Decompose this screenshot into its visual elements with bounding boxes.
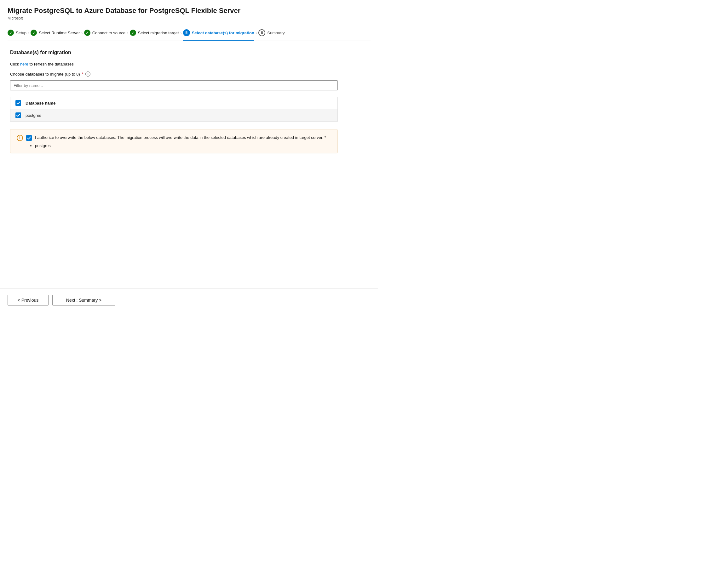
table-header-row: Database name [11, 97, 338, 109]
step-sep-2: › [80, 30, 84, 40]
filter-input[interactable] [10, 80, 338, 90]
wizard-step-setup[interactable]: ✓ Setup [7, 29, 26, 40]
select-all-checkbox[interactable] [16, 100, 21, 106]
db-name-postgres: postgres [25, 113, 41, 118]
wizard-step-summary-label: Summary [267, 30, 285, 35]
wizard-step-connect[interactable]: ✓ Connect to source [84, 29, 126, 40]
step-sep-4: › [179, 30, 183, 40]
column-header-database-name: Database name [25, 101, 56, 105]
step-check-icon-runtime: ✓ [30, 29, 37, 36]
wizard-step-setup-label: Setup [16, 30, 26, 35]
page-wrapper: Migrate PostgreSQL to Azure Database for… [0, 0, 378, 312]
auth-text: I authorize to overwrite the below datab… [35, 134, 326, 141]
page-title: Migrate PostgreSQL to Azure Database for… [7, 6, 240, 16]
step-sep-1: › [26, 30, 30, 40]
wizard-step-target[interactable]: ✓ Select migration target [130, 29, 179, 40]
required-star: * [82, 71, 83, 77]
wizard-step-connect-label: Connect to source [92, 30, 126, 35]
choose-label-text: Choose databases to migrate (up to 8) [10, 72, 80, 77]
auth-db-item: postgres [35, 143, 331, 148]
table-row: postgres [11, 109, 338, 121]
wizard-step-runtime[interactable]: ✓ Select Runtime Server [30, 29, 80, 40]
header-subtitle: Microsoft [7, 16, 370, 20]
step-check-icon-setup: ✓ [7, 29, 14, 36]
choose-label: Choose databases to migrate (up to 8) * … [10, 71, 368, 77]
warning-icon: i [17, 135, 23, 141]
step-check-icon-connect: ✓ [84, 29, 90, 36]
refresh-text: Click here to refresh the databases [10, 62, 368, 66]
info-icon[interactable]: i [85, 71, 90, 77]
refresh-text-before: Click [10, 62, 20, 66]
wizard-step-target-label: Select migration target [138, 30, 179, 35]
auth-overwrite-box: i I authorize to overwrite the below dat… [10, 129, 338, 153]
auth-db-list: postgres [35, 143, 331, 148]
main-content: Database(s) for migration Click here to … [0, 41, 378, 288]
step-num-icon-summary: 6 [258, 29, 265, 36]
header: Migrate PostgreSQL to Azure Database for… [0, 0, 378, 24]
wizard-step-summary[interactable]: 6 Summary [258, 29, 285, 41]
wizard-step-databases[interactable]: 5 Select database(s) for migration [183, 29, 254, 41]
refresh-text-after: to refresh the databases [28, 62, 74, 66]
next-button[interactable]: Next : Summary > [52, 295, 115, 306]
step-sep-3: › [125, 30, 129, 40]
section-title: Database(s) for migration [10, 50, 368, 56]
more-menu-icon[interactable]: ··· [361, 6, 370, 16]
wizard-step-runtime-label: Select Runtime Server [39, 30, 80, 35]
footer: < Previous Next : Summary > [0, 288, 378, 312]
previous-button[interactable]: < Previous [7, 295, 48, 306]
row-checkbox-postgres[interactable] [16, 112, 21, 118]
step-check-icon-target: ✓ [130, 29, 136, 36]
refresh-link[interactable]: here [20, 62, 28, 66]
wizard-steps: ✓ Setup › ✓ Select Runtime Server › ✓ Co… [0, 24, 378, 41]
auth-checkbox[interactable] [26, 135, 32, 141]
wizard-step-databases-label: Select database(s) for migration [192, 30, 254, 35]
auth-text-row: I authorize to overwrite the below datab… [26, 134, 331, 141]
step-sep-5: › [254, 30, 258, 40]
step-num-icon-databases: 5 [183, 29, 190, 36]
database-table: Database name postgres [10, 97, 338, 122]
auth-content: I authorize to overwrite the below datab… [26, 134, 331, 148]
